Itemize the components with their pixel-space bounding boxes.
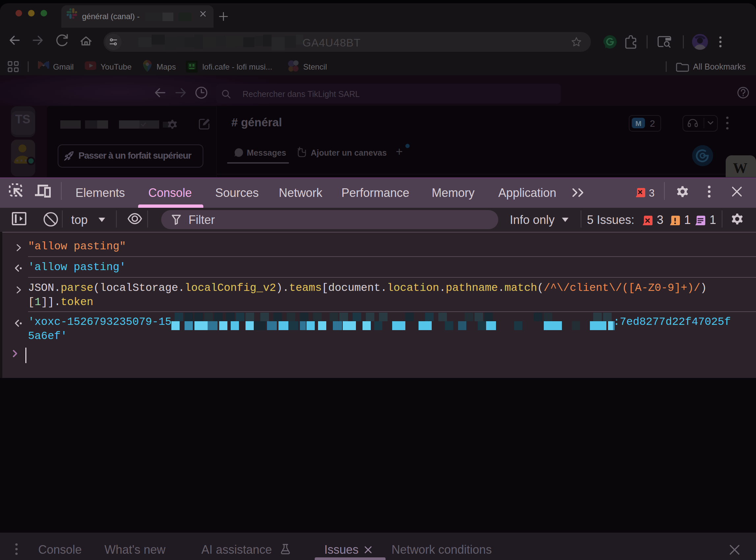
svg-text:3: 3: [649, 187, 654, 199]
